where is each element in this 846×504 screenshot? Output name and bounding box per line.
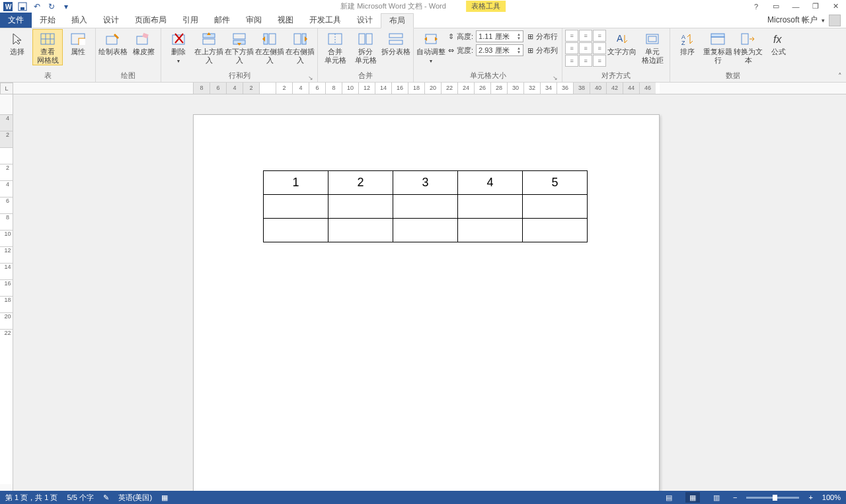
align-bc[interactable]: ≡ bbox=[579, 55, 592, 67]
svg-rect-3 bbox=[20, 7, 24, 10]
ribbon-options-icon[interactable]: ▭ bbox=[769, 2, 783, 11]
maximize-icon[interactable]: ❐ bbox=[809, 2, 822, 11]
svg-rect-18 bbox=[269, 34, 276, 44]
svg-text:W: W bbox=[5, 3, 12, 11]
group-alignment-label: 对齐方式 bbox=[565, 70, 667, 82]
tab-view[interactable]: 视图 bbox=[270, 13, 301, 28]
tab-design-doc[interactable]: 设计 bbox=[95, 13, 127, 28]
split-table-button[interactable]: 拆分表格 bbox=[381, 30, 410, 65]
group-data-label: 数据 bbox=[673, 70, 793, 82]
group-draw: 绘制表格 橡皮擦 绘图 bbox=[96, 28, 161, 82]
word-icon: W bbox=[3, 1, 13, 12]
close-icon[interactable]: ✕ bbox=[829, 2, 842, 11]
svg-rect-14 bbox=[203, 39, 215, 44]
merge-cells-button[interactable]: 合并 单元格 bbox=[321, 30, 350, 65]
distribute-cols-button[interactable]: ⊞分布列 bbox=[526, 44, 559, 57]
svg-rect-26 bbox=[389, 34, 403, 38]
delete-button[interactable]: 删除▾ bbox=[164, 30, 193, 65]
svg-rect-34 bbox=[711, 34, 724, 37]
svg-rect-24 bbox=[359, 34, 365, 44]
group-merge-label: 合并 bbox=[321, 70, 410, 82]
align-mc[interactable]: ≡ bbox=[579, 42, 592, 54]
tab-review[interactable]: 审阅 bbox=[238, 13, 270, 28]
align-bl[interactable]: ≡ bbox=[565, 55, 578, 67]
tab-file[interactable]: 文件 bbox=[0, 13, 32, 28]
avatar-icon bbox=[829, 15, 841, 26]
group-data: AZ排序 重复标题行 转换为文本 fx公式 数据 bbox=[670, 28, 796, 82]
align-tl[interactable]: ≡ bbox=[565, 30, 578, 42]
eraser-button[interactable]: 橡皮擦 bbox=[129, 30, 158, 65]
undo-icon[interactable]: ↶ bbox=[32, 1, 42, 12]
tab-mailings[interactable]: 邮件 bbox=[206, 13, 238, 28]
draw-table-button[interactable]: 绘制表格 bbox=[98, 30, 128, 65]
alignment-grid: ≡≡≡ ≡≡≡ ≡≡≡ bbox=[565, 30, 606, 67]
tab-references[interactable]: 引用 bbox=[174, 13, 206, 28]
account-label: Microsoft 帐户 bbox=[767, 15, 818, 26]
group-draw-label: 绘图 bbox=[98, 70, 158, 82]
svg-rect-31 bbox=[648, 36, 656, 42]
ribbon-tabs: 文件 开始 插入 设计 页面布局 引用 邮件 审阅 视图 开发工具 设计 布局 … bbox=[0, 13, 846, 28]
distribute-rows-button[interactable]: ⊞分布行 bbox=[526, 30, 559, 43]
group-cell-size-label[interactable]: 单元格大小 bbox=[416, 70, 559, 82]
group-cell-size: 自动调整▾ ⇕ 高度: 1.11 厘米▲▼ ⇔ 宽度: 2.93 厘米▲▼ ⊞分… bbox=[414, 28, 562, 82]
height-input[interactable]: 1.11 厘米▲▼ bbox=[476, 30, 523, 42]
group-rows-cols-label[interactable]: 行和列 bbox=[164, 70, 315, 82]
dist-cols-icon: ⊞ bbox=[527, 46, 533, 55]
align-ml[interactable]: ≡ bbox=[565, 42, 578, 54]
convert-to-text-button[interactable]: 转换为文本 bbox=[734, 30, 763, 65]
svg-rect-35 bbox=[711, 37, 724, 44]
save-icon[interactable] bbox=[17, 1, 28, 12]
group-alignment: ≡≡≡ ≡≡≡ ≡≡≡ A文字方向 单元 格边距 对齐方式 bbox=[562, 28, 670, 82]
split-cells-button[interactable]: 拆分 单元格 bbox=[351, 30, 380, 65]
svg-rect-9 bbox=[79, 38, 85, 45]
insert-below-button[interactable]: 在下方插入 bbox=[225, 30, 254, 65]
width-input[interactable]: 2.93 厘米▲▼ bbox=[476, 44, 523, 56]
height-icon: ⇕ bbox=[448, 32, 454, 41]
tab-developer[interactable]: 开发工具 bbox=[301, 13, 349, 28]
redo-icon[interactable]: ↻ bbox=[46, 1, 57, 12]
minimize-icon[interactable]: — bbox=[789, 3, 802, 11]
align-mr[interactable]: ≡ bbox=[593, 42, 606, 54]
group-rows-cols: 删除▾ 在上方插入 在下方插入 在左侧插入 在右侧插入 行和列 bbox=[161, 28, 318, 82]
svg-rect-36 bbox=[742, 34, 748, 44]
sort-button[interactable]: AZ排序 bbox=[673, 30, 702, 65]
svg-rect-25 bbox=[366, 34, 372, 44]
document-title: 新建 Microsoft Word 文档 - Word bbox=[340, 1, 446, 11]
repeat-header-button[interactable]: 重复标题行 bbox=[703, 30, 732, 65]
svg-text:A: A bbox=[617, 33, 623, 44]
tab-insert[interactable]: 插入 bbox=[63, 13, 95, 28]
group-table: 选择 查看 网格线 属性 表 bbox=[0, 28, 96, 82]
collapse-ribbon-icon[interactable]: ˄ bbox=[838, 72, 842, 81]
width-label: 宽度: bbox=[457, 46, 473, 55]
text-direction-button[interactable]: A文字方向 bbox=[607, 30, 636, 65]
tab-table-layout[interactable]: 布局 bbox=[381, 13, 414, 28]
insert-left-button[interactable]: 在左侧插入 bbox=[255, 30, 284, 65]
select-button[interactable]: 选择 bbox=[3, 30, 32, 65]
title-bar: W ↶ ↻ ▾ 新建 Microsoft Word 文档 - Word 表格工具… bbox=[0, 0, 846, 13]
insert-right-button[interactable]: 在右侧插入 bbox=[286, 30, 315, 65]
align-tc[interactable]: ≡ bbox=[579, 30, 592, 42]
account-button[interactable]: Microsoft 帐户 ▾ bbox=[767, 13, 846, 28]
height-row[interactable]: ⇕ 高度: 1.11 厘米▲▼ bbox=[447, 30, 525, 43]
align-tr[interactable]: ≡ bbox=[593, 30, 606, 42]
qat-customize-icon[interactable]: ▾ bbox=[61, 1, 71, 12]
tab-table-design[interactable]: 设计 bbox=[349, 13, 381, 28]
svg-text:fx: fx bbox=[773, 34, 782, 45]
svg-text:Z: Z bbox=[681, 40, 685, 46]
svg-rect-16 bbox=[233, 34, 245, 39]
svg-rect-10 bbox=[106, 36, 117, 44]
formula-button[interactable]: fx公式 bbox=[764, 30, 793, 65]
view-gridlines-button[interactable]: 查看 网格线 bbox=[33, 30, 62, 65]
autofit-button[interactable]: 自动调整▾ bbox=[416, 30, 445, 65]
tab-page-layout[interactable]: 页面布局 bbox=[127, 13, 174, 28]
svg-rect-20 bbox=[294, 34, 301, 44]
height-label: 高度: bbox=[457, 32, 473, 42]
cell-margins-button[interactable]: 单元 格边距 bbox=[638, 30, 667, 65]
ribbon: 选择 查看 网格线 属性 表 绘制表格 橡皮擦 绘图 删除▾ 在上方插入 在下方… bbox=[0, 28, 846, 83]
align-br[interactable]: ≡ bbox=[593, 55, 606, 67]
insert-above-button[interactable]: 在上方插入 bbox=[194, 30, 223, 65]
help-icon[interactable]: ? bbox=[750, 3, 763, 11]
tab-home[interactable]: 开始 bbox=[32, 13, 63, 28]
properties-button[interactable]: 属性 bbox=[63, 30, 93, 65]
width-row[interactable]: ⇔ 宽度: 2.93 厘米▲▼ bbox=[447, 44, 525, 57]
